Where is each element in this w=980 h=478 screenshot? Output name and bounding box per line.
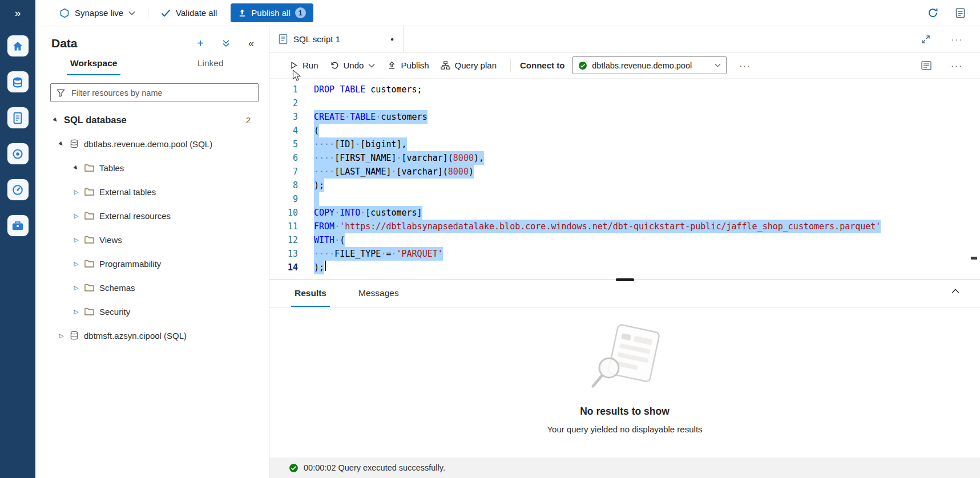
- tree-item[interactable]: ▶dbtlabs.revenue.demo.pool (SQL): [35, 132, 269, 156]
- code-text[interactable]: COPY·INTO·[customers]: [314, 206, 422, 220]
- tab-more-actions-button[interactable]: ···: [947, 34, 966, 44]
- toolbar-more-button[interactable]: ···: [736, 60, 755, 71]
- release-notes-button[interactable]: [954, 6, 966, 19]
- code-lines[interactable]: 1DROP TABLE customers;23CREATE·TABLE·cus…: [269, 83, 980, 274]
- line-number[interactable]: 2: [269, 96, 298, 110]
- chevron-expanded-icon[interactable]: ▶: [71, 163, 82, 173]
- actions-button[interactable]: [221, 38, 231, 48]
- folder-icon: [84, 212, 94, 220]
- tree-item[interactable]: ▷External tables: [35, 180, 269, 204]
- code-line[interactable]: 10COPY·INTO·[customers]: [269, 206, 980, 220]
- line-number[interactable]: 11: [269, 220, 298, 233]
- line-number[interactable]: 6: [269, 151, 298, 165]
- run-button[interactable]: Run: [284, 56, 324, 75]
- line-number[interactable]: 12: [269, 233, 298, 247]
- tree-item[interactable]: ▷Views: [35, 228, 269, 252]
- code-line[interactable]: 12WITH·(: [269, 233, 980, 247]
- chevron-collapsed-icon[interactable]: ▷: [72, 213, 80, 219]
- publish-button[interactable]: Publish: [382, 56, 434, 75]
- chevron-collapsed-icon[interactable]: ▷: [72, 261, 80, 267]
- code-line[interactable]: 2: [269, 96, 980, 110]
- tree-item[interactable]: ▷Programmability: [35, 252, 269, 276]
- tab-linked[interactable]: Linked: [152, 58, 269, 75]
- filter-input[interactable]: [70, 88, 252, 98]
- mode-selector[interactable]: Synapse live: [59, 8, 135, 18]
- connect-to-dropdown[interactable]: dbtlabs.revenue.demo.pool: [572, 56, 727, 74]
- code-line[interactable]: 9: [269, 192, 980, 206]
- chevron-collapsed-icon[interactable]: ▷: [72, 285, 80, 291]
- play-icon: [290, 61, 298, 70]
- line-number[interactable]: 1: [269, 83, 298, 96]
- tab-messages[interactable]: Messages: [355, 280, 402, 307]
- status-bar: 00:00:02 Query executed successfully.: [269, 457, 980, 478]
- code-line[interactable]: 8);: [269, 179, 980, 192]
- mode-label: Synapse live: [75, 8, 123, 18]
- nav-manage-button[interactable]: [7, 215, 29, 236]
- line-number[interactable]: 14: [269, 261, 298, 274]
- code-line[interactable]: 5····[ID]·[bigint],: [269, 137, 980, 151]
- validate-all-button[interactable]: Validate all: [161, 8, 217, 18]
- chevron-collapsed-icon[interactable]: ▷: [72, 189, 80, 195]
- nav-data-button[interactable]: [7, 71, 29, 92]
- chevron-collapsed-icon[interactable]: ▷: [72, 237, 80, 243]
- add-resource-button[interactable]: +: [193, 37, 207, 50]
- tree-item[interactable]: ▶Tables: [35, 156, 269, 180]
- code-text[interactable]: ····[LAST_NAME]·[varchar](8000): [314, 165, 474, 179]
- code-editor[interactable]: 1DROP TABLE customers;23CREATE·TABLE·cus…: [269, 79, 980, 279]
- refresh-button[interactable]: [926, 6, 939, 19]
- line-number[interactable]: 9: [269, 192, 298, 206]
- line-number[interactable]: 4: [269, 124, 298, 137]
- code-text[interactable]: DROP TABLE customers;: [314, 83, 422, 96]
- tree-item[interactable]: ▶SQL database2: [35, 108, 269, 132]
- code-text[interactable]: WITH·(: [314, 233, 345, 247]
- chevron-collapsed-icon[interactable]: ▷: [57, 333, 66, 339]
- nav-home-button[interactable]: [7, 35, 29, 56]
- tree-item[interactable]: ▷Security: [35, 299, 269, 323]
- code-line[interactable]: 6····[FIRST_NAME]·[varchar](8000),: [269, 151, 980, 165]
- line-number[interactable]: 3: [269, 110, 298, 124]
- line-number[interactable]: 5: [269, 137, 298, 151]
- expand-nav-button[interactable]: »: [0, 0, 35, 26]
- nav-develop-button[interactable]: [7, 107, 29, 128]
- collapse-results-button[interactable]: [948, 288, 963, 294]
- code-line[interactable]: 3CREATE·TABLE·customers: [269, 110, 980, 124]
- code-line[interactable]: 4(: [269, 124, 980, 137]
- code-line[interactable]: 1DROP TABLE customers;: [269, 83, 980, 96]
- tab-results[interactable]: Results: [291, 280, 330, 307]
- code-text[interactable]: CREATE·TABLE·customers: [314, 110, 428, 124]
- code-text[interactable]: ····[FIRST_NAME]·[varchar](8000),: [314, 151, 484, 165]
- editor-more-button[interactable]: ···: [947, 60, 966, 71]
- nav-monitor-button[interactable]: [7, 179, 29, 200]
- properties-button[interactable]: [920, 60, 933, 71]
- tree-item[interactable]: ▷External resources: [35, 204, 269, 228]
- undo-button[interactable]: Undo: [324, 56, 370, 75]
- tab-sql-script-1[interactable]: SQL script 1 ●: [269, 26, 404, 52]
- code-line[interactable]: 11FROM·'https://dbtlabsynapsedatalake.bl…: [269, 220, 980, 233]
- tab-workspace[interactable]: Workspace: [35, 58, 152, 75]
- chevron-expanded-icon[interactable]: ▶: [57, 139, 67, 149]
- code-line[interactable]: 13····FILE_TYPE·=·'PARQUET': [269, 247, 980, 261]
- tree-item[interactable]: ▷dbtmsft.azsyn.cipool (SQL): [35, 323, 269, 347]
- code-text[interactable]: ····FILE_TYPE·=·'PARQUET': [314, 247, 443, 261]
- code-text[interactable]: ····[ID]·[bigint],: [314, 137, 407, 151]
- code-text[interactable]: [314, 192, 319, 206]
- line-number[interactable]: 7: [269, 165, 298, 179]
- chevron-collapsed-icon[interactable]: ▷: [72, 309, 80, 315]
- code-line[interactable]: 7····[LAST_NAME]·[varchar](8000): [269, 165, 980, 179]
- line-number[interactable]: 13: [269, 247, 298, 261]
- nav-integrate-button[interactable]: [7, 143, 29, 164]
- chevron-expanded-icon[interactable]: ▶: [51, 115, 61, 125]
- query-plan-button[interactable]: Query plan: [435, 56, 502, 75]
- code-text[interactable]: );: [314, 261, 324, 274]
- undo-dropdown-button[interactable]: [367, 62, 376, 69]
- code-text[interactable]: );: [314, 179, 324, 192]
- collapse-sidebar-button[interactable]: «: [245, 38, 257, 49]
- expand-editor-button[interactable]: [920, 34, 931, 45]
- line-number[interactable]: 8: [269, 179, 298, 192]
- publish-all-button[interactable]: Publish all 1: [231, 3, 313, 22]
- code-text[interactable]: FROM·'https://dbtlabsynapsedatalake.blob…: [314, 220, 881, 233]
- code-line[interactable]: 14);: [269, 261, 980, 274]
- tree-item[interactable]: ▷Schemas: [35, 276, 269, 299]
- code-text[interactable]: (: [314, 124, 319, 137]
- line-number[interactable]: 10: [269, 206, 298, 220]
